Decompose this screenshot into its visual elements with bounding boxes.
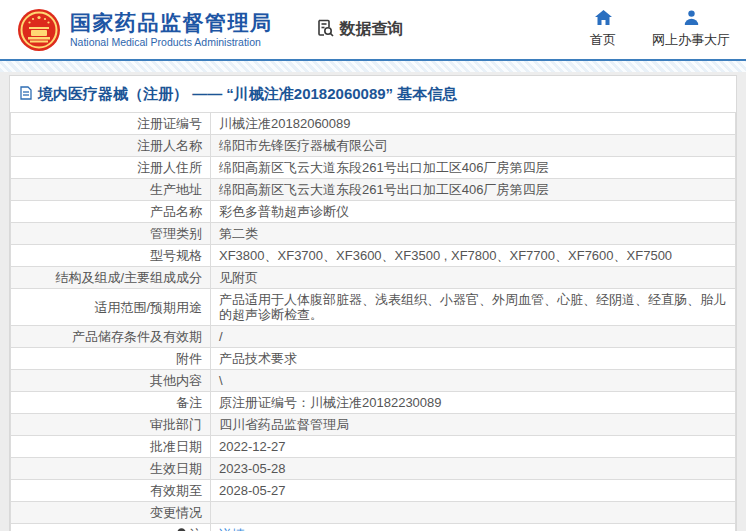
data-query-label: 数据查询	[340, 19, 404, 40]
row-value: 详情	[211, 524, 736, 531]
registration-detail-table: 注册证编号川械注准20182060089注册人名称绵阳市先锋医疗器械有限公司注册…	[10, 112, 736, 531]
table-row: 生效日期2023-05-28	[11, 458, 736, 480]
row-value: 绵阳高新区飞云大道东段261号出口加工区406厂房第四层	[211, 157, 736, 179]
row-value-text: 2023-05-28	[219, 461, 286, 476]
row-label: 变更情况	[11, 502, 211, 524]
row-value: 绵阳高新区飞云大道东段261号出口加工区406厂房第四层	[211, 179, 736, 201]
table-row: 备注原注册证编号：川械注准20182230089	[11, 392, 736, 414]
row-label-text: 生产地址	[150, 182, 202, 197]
row-label-text: 批准日期	[150, 439, 202, 454]
table-row: 附件产品技术要求	[11, 348, 736, 370]
agency-name-en: National Medical Products Administration	[70, 37, 273, 49]
row-value-text: 绵阳市先锋医疗器械有限公司	[219, 138, 388, 153]
row-label: 附件	[11, 348, 211, 370]
agency-name-cn: 国家药品监督管理局	[70, 11, 273, 34]
row-label-text: 审批部门	[150, 417, 202, 432]
row-value: /	[211, 326, 736, 348]
row-label-text: 管理类别	[150, 226, 202, 241]
document-search-icon	[315, 18, 335, 42]
row-label-text: 适用范围/预期用途	[94, 300, 202, 315]
table-row: 管理类别第二类	[11, 223, 736, 245]
document-icon	[20, 86, 32, 103]
row-label: 注册人名称	[11, 135, 211, 157]
decorative-hatch-band	[0, 61, 746, 72]
home-icon	[595, 10, 612, 28]
table-row: 结构及组成/主要组成成分见附页	[11, 267, 736, 289]
table-row: 有效期至2028-05-27	[11, 480, 736, 502]
row-value-text: 原注册证编号：川械注准20182230089	[219, 395, 442, 410]
detail-panel: 境内医疗器械（注册） —— “川械注准20182060089” 基本信息 注册证…	[9, 75, 737, 531]
table-row: 注册人名称绵阳市先锋医疗器械有限公司	[11, 135, 736, 157]
row-value-text: 绵阳高新区飞云大道东段261号出口加工区406厂房第四层	[219, 160, 548, 175]
nav-item-home[interactable]: 首页	[590, 10, 616, 49]
top-header: 国家药品监督管理局 National Medical Products Admi…	[0, 0, 746, 59]
table-row: 批准日期2022-12-27	[11, 436, 736, 458]
row-label-text: 注册人住所	[137, 160, 202, 175]
row-label-text: 产品储存条件及有效期	[72, 329, 202, 344]
row-label: 适用范围/预期用途	[11, 289, 211, 326]
person-icon	[684, 10, 699, 28]
page-title: 境内医疗器械（注册） —— “川械注准20182060089” 基本信息	[38, 85, 457, 104]
row-value: 绵阳市先锋医疗器械有限公司	[211, 135, 736, 157]
row-value-text: /	[219, 329, 223, 344]
top-navigation: 首页 网上办事大厅	[590, 10, 730, 49]
row-value: 2023-05-28	[211, 458, 736, 480]
row-label: 其他内容	[11, 370, 211, 392]
row-label-text: 结构及组成/主要组成成分	[55, 270, 202, 285]
national-emblem-logo	[17, 8, 61, 52]
bulb-icon	[176, 527, 189, 531]
row-value: 产品技术要求	[211, 348, 736, 370]
row-label: 管理类别	[11, 223, 211, 245]
row-value: 产品适用于人体腹部脏器、浅表组织、小器官、外周血管、心脏、经阴道、经直肠、胎儿的…	[211, 289, 736, 326]
row-label-text: 其他内容	[150, 373, 202, 388]
row-value-text: \	[219, 373, 223, 388]
row-value-text: 产品适用于人体腹部脏器、浅表组织、小器官、外周血管、心脏、经阴道、经直肠、胎儿的…	[219, 292, 726, 322]
table-row: 注册人住所绵阳高新区飞云大道东段261号出口加工区406厂房第四层	[11, 157, 736, 179]
row-value-text: 绵阳高新区飞云大道东段261号出口加工区406厂房第四层	[219, 182, 548, 197]
row-label: 型号规格	[11, 245, 211, 267]
table-row: 注详情	[11, 524, 736, 531]
row-value: 2022-12-27	[211, 436, 736, 458]
table-row: 产品名称彩色多普勒超声诊断仪	[11, 201, 736, 223]
row-label: 产品名称	[11, 201, 211, 223]
row-label: 结构及组成/主要组成成分	[11, 267, 211, 289]
row-value: 2028-05-27	[211, 480, 736, 502]
row-label: 备注	[11, 392, 211, 414]
row-value: \	[211, 370, 736, 392]
row-label-text: 生效日期	[150, 461, 202, 476]
row-label-text: 产品名称	[150, 204, 202, 219]
table-row: 适用范围/预期用途产品适用于人体腹部脏器、浅表组织、小器官、外周血管、心脏、经阴…	[11, 289, 736, 326]
row-label: 有效期至	[11, 480, 211, 502]
table-row: 其他内容\	[11, 370, 736, 392]
table-row: 变更情况	[11, 502, 736, 524]
details-link[interactable]: 详情	[219, 527, 245, 531]
row-label: 注	[11, 524, 211, 531]
row-label: 生产地址	[11, 179, 211, 201]
row-label-text: 有效期至	[150, 483, 202, 498]
data-query-button[interactable]: 数据查询	[315, 18, 404, 42]
row-label: 注册证编号	[11, 113, 211, 135]
row-label-text: 变更情况	[150, 505, 202, 520]
row-label-text: 注册人名称	[137, 138, 202, 153]
table-row: 产品储存条件及有效期/	[11, 326, 736, 348]
row-value-text: 产品技术要求	[219, 351, 297, 366]
row-value-text: 见附页	[219, 270, 258, 285]
row-value: XF3800、XF3700、XF3600、XF3500 , XF7800、XF7…	[211, 245, 736, 267]
table-row: 审批部门四川省药品监督管理局	[11, 414, 736, 436]
row-label-text: 注册证编号	[137, 116, 202, 131]
row-label: 生效日期	[11, 458, 211, 480]
table-row: 注册证编号川械注准20182060089	[11, 113, 736, 135]
nav-online-hall-label: 网上办事大厅	[652, 31, 730, 49]
detail-table-body: 注册证编号川械注准20182060089注册人名称绵阳市先锋医疗器械有限公司注册…	[11, 113, 736, 531]
table-row: 生产地址绵阳高新区飞云大道东段261号出口加工区406厂房第四层	[11, 179, 736, 201]
row-value-text: 第二类	[219, 226, 258, 241]
row-value: 第二类	[211, 223, 736, 245]
page-title-bar: 境内医疗器械（注册） —— “川械注准20182060089” 基本信息	[10, 76, 736, 112]
nav-item-online-hall[interactable]: 网上办事大厅	[652, 10, 730, 49]
row-value-text: XF3800、XF3700、XF3600、XF3500 , XF7800、XF7…	[219, 248, 672, 263]
row-value: 川械注准20182060089	[211, 113, 736, 135]
row-value: 见附页	[211, 267, 736, 289]
row-label-text: 附件	[176, 351, 202, 366]
row-label-text: 注	[189, 527, 202, 531]
nav-home-label: 首页	[590, 31, 616, 49]
